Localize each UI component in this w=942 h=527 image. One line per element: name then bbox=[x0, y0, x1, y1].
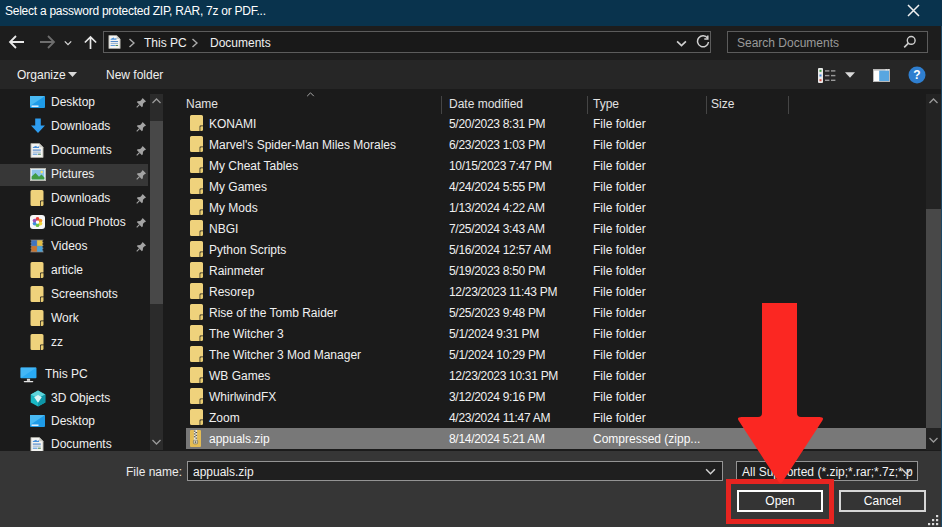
svg-text:?: ? bbox=[913, 68, 920, 82]
